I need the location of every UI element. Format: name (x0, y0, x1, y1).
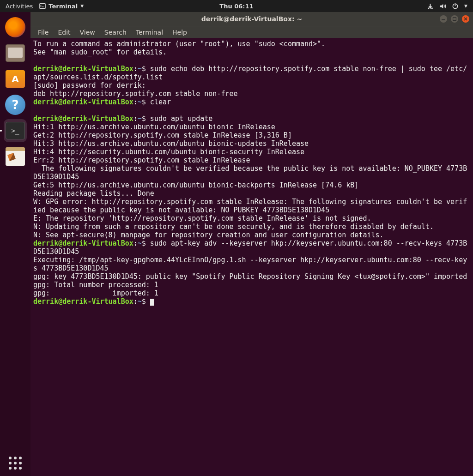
chevron-down-icon: ▼ (80, 4, 84, 8)
network-icon[interactable] (427, 3, 434, 10)
output-line: Get:2 http://repository.spotify.com stab… (33, 131, 292, 139)
output-line: gpg: imported: 1 (33, 289, 158, 297)
output-line: N: Updating from such a repository can't… (33, 223, 434, 231)
volume-icon[interactable] (439, 3, 446, 10)
prompt-user: derrik@derrik-VirtualBox (33, 297, 133, 306)
output-line: W: GPG error: http://repository.spotify.… (33, 198, 467, 214)
prompt-user: derrik@derrik-VirtualBox (33, 239, 133, 247)
prompt-path: ~ (138, 239, 142, 247)
output-line: [sudo] password for derrik: (33, 81, 146, 90)
terminal-launcher[interactable]: >_ (4, 119, 27, 142)
menu-search[interactable]: Search (101, 28, 130, 37)
text-editor-icon (6, 147, 25, 166)
terminal-window: derrik@derrik-VirtualBox: ~ File Edit Vi… (30, 12, 473, 476)
help-launcher[interactable]: ? (4, 93, 27, 116)
software-launcher[interactable] (4, 67, 27, 90)
gnome-topbar: Activities Terminal ▼ Thu 06:11 ▼ (0, 0, 473, 12)
svg-rect-4 (455, 3, 456, 6)
menu-edit[interactable]: Edit (54, 28, 74, 37)
app-menu-button[interactable]: Terminal ▼ (39, 3, 84, 10)
help-icon: ? (5, 95, 25, 115)
cursor (150, 299, 154, 306)
prompt-user: derrik@derrik-VirtualBox (33, 114, 133, 123)
output-line: The following signatures couldn't be ver… (33, 164, 467, 181)
output-line: To run a command as administrator (user … (33, 40, 325, 48)
output-line: Reading package lists... Done (33, 189, 154, 198)
close-button[interactable] (462, 15, 469, 23)
window-title: derrik@derrik-VirtualBox: ~ (201, 15, 302, 23)
svg-rect-0 (40, 4, 45, 9)
terminal-output[interactable]: To run a command as administrator (user … (30, 38, 473, 476)
prompt-path: ~ (138, 65, 142, 73)
firefox-icon (5, 17, 25, 37)
prompt-path: ~ (138, 98, 142, 106)
command-text: clear (146, 98, 171, 106)
firefox-launcher[interactable] (4, 16, 27, 39)
output-line: Hit:1 http://us.archive.ubuntu.com/ubunt… (33, 123, 275, 131)
output-line: Hit:3 http://us.archive.ubuntu.com/ubunt… (33, 139, 309, 148)
activities-button[interactable]: Activities (6, 3, 33, 10)
svg-rect-5 (442, 19, 445, 20)
output-line: See "man sudo_root" for details. (33, 48, 167, 56)
output-line: Executing: /tmp/apt-key-gpghome.44YLcEIn… (33, 256, 467, 272)
clock[interactable]: Thu 06:11 (219, 3, 253, 10)
minimize-button[interactable] (440, 15, 447, 23)
menu-view[interactable]: View (76, 28, 99, 37)
command-text: sudo apt update (146, 114, 213, 123)
chevron-down-icon[interactable]: ▼ (464, 4, 467, 8)
text-editor-launcher[interactable] (4, 145, 27, 168)
output-line: Err:2 http://repository.spotify.com stab… (33, 156, 250, 164)
prompt-path: ~ (138, 297, 142, 306)
software-center-icon (6, 70, 25, 88)
prompt-path: ~ (138, 114, 142, 123)
maximize-button[interactable] (451, 15, 458, 23)
launcher-dock: ? >_ (0, 12, 30, 476)
output-line: E: The repository 'http://repository.spo… (33, 214, 371, 223)
terminal-icon: >_ (6, 122, 25, 139)
output-line: Get:5 http://us.archive.ubuntu.com/ubunt… (33, 181, 358, 189)
output-line: gpg: Total number processed: 1 (33, 281, 158, 289)
output-line: deb http://repository.spotify.com stable… (33, 90, 238, 98)
prompt-user: derrik@derrik-VirtualBox (33, 98, 133, 106)
window-titlebar[interactable]: derrik@derrik-VirtualBox: ~ (30, 12, 473, 26)
menubar: File Edit View Search Terminal Help (30, 26, 473, 38)
svg-rect-6 (453, 18, 456, 21)
files-icon (6, 44, 25, 62)
terminal-icon (39, 3, 46, 9)
output-line: N: See apt-secure(8) manpage for reposit… (33, 231, 384, 239)
app-menu-label: Terminal (49, 3, 78, 10)
menu-terminal[interactable]: Terminal (132, 28, 167, 37)
show-apps-button[interactable] (9, 457, 22, 470)
menu-file[interactable]: File (34, 28, 52, 37)
files-launcher[interactable] (4, 42, 27, 65)
menu-help[interactable]: Help (169, 28, 191, 37)
output-line: gpg: key 4773BD5E130D1D45: public key "S… (33, 272, 467, 281)
prompt-user: derrik@derrik-VirtualBox (33, 65, 133, 73)
power-icon[interactable] (452, 3, 459, 10)
output-line: Hit:4 http://security.ubuntu.com/ubuntu … (33, 148, 304, 156)
